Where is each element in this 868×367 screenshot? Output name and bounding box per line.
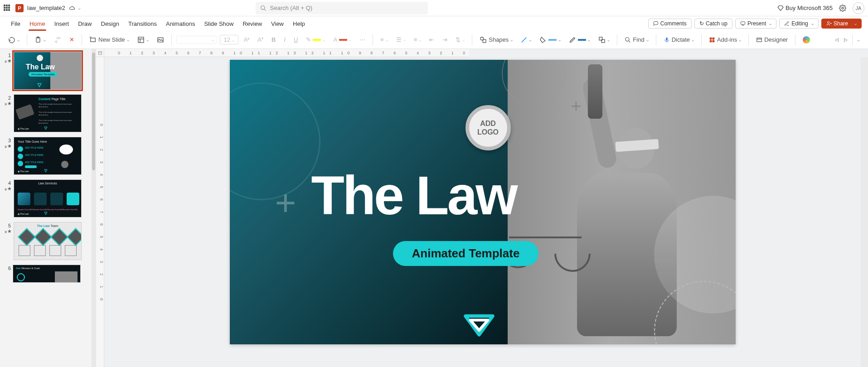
panel-scrollbar[interactable] [92, 49, 96, 367]
canvas-scrollbar[interactable] [861, 57, 868, 367]
shrink-font-button[interactable]: A▾ [255, 35, 266, 44]
animation-indicator-icon: ⁎★ [5, 228, 12, 234]
tab-draw[interactable]: Draw [73, 16, 96, 31]
slide-thumbnail-panel[interactable]: 1⁎★ The Law Animated Template 2⁎★ Conten… [0, 49, 92, 367]
shape-outline-button[interactable]: ⌵ [566, 35, 593, 45]
tab-file[interactable]: File [6, 16, 25, 31]
title-chevron-icon[interactable]: ⌵ [78, 5, 81, 10]
editing-button[interactable]: Editing⌵ [779, 19, 819, 29]
tab-transitions[interactable]: Transitions [124, 16, 161, 31]
present-button[interactable]: Present⌵ [735, 19, 776, 29]
chevron-down-icon[interactable]: ⌵ [852, 21, 857, 26]
tab-review[interactable]: Review [238, 16, 267, 31]
tab-home[interactable]: Home [25, 16, 50, 31]
svg-rect-18 [713, 40, 715, 42]
horizontal-ruler[interactable]: 0 1 2 3 4 5 6 7 8 9 10 11 12 13 12 11 10… [104, 49, 469, 57]
new-slide-button[interactable]: New Slide⌵ [87, 35, 132, 45]
chevron-down-icon: ⌵ [212, 38, 214, 42]
logo-placeholder[interactable]: ADD LOGO [466, 105, 511, 150]
svg-rect-20 [98, 51, 102, 54]
slide-number: 5 [5, 222, 11, 228]
powerpoint-icon: P [15, 4, 24, 12]
app-launcher-icon[interactable] [4, 5, 11, 12]
present-icon [740, 21, 746, 26]
vertical-ruler[interactable]: 0 1 2 3 4 5 6 7 6 5 4 3 2 1 0 [96, 57, 104, 367]
slide-thumbnail-6[interactable]: Our Mission & Goal [13, 265, 81, 283]
numbering-button[interactable]: ☰⌵ [393, 35, 408, 44]
line-spacing-button[interactable]: ⇅⌵ [453, 35, 467, 44]
grow-font-button[interactable]: A▴ [241, 35, 252, 44]
undo-icon [8, 36, 15, 43]
font-color-button[interactable]: A⌵ [330, 35, 354, 44]
outline-toggle[interactable] [96, 49, 104, 57]
italic-button[interactable]: I [281, 35, 288, 44]
slide-thumbnail-1[interactable]: The Law Animated Template [14, 52, 82, 90]
tab-help[interactable]: Help [288, 16, 310, 31]
tab-animations[interactable]: Animations [161, 16, 199, 31]
main-slide[interactable]: + + ADD LOGO The Law Animated Template [230, 60, 736, 344]
slide-title-text[interactable]: The Law [311, 164, 516, 227]
slide-canvas-area[interactable]: + + ADD LOGO The Law Animated Template [104, 57, 861, 367]
chevron-down-icon: ⌵ [386, 38, 388, 42]
increase-indent-button[interactable]: ⇥ [440, 35, 450, 44]
format-painter-button[interactable] [51, 35, 64, 45]
triangle-right-icon: ▷ [844, 37, 848, 42]
svg-rect-10 [483, 39, 486, 43]
slide-thumbnail-3[interactable]: Your Title Goes Here ADD TITLE HERE ADD … [14, 137, 82, 175]
svg-rect-15 [710, 37, 712, 39]
comment-icon [653, 21, 659, 26]
paste-button[interactable]: ⌵ [32, 35, 48, 45]
arrange-button[interactable]: ⌵ [596, 35, 612, 45]
settings-gear-icon[interactable] [839, 5, 846, 12]
more-font-button[interactable]: ⋯ [357, 35, 368, 44]
chevron-down-icon: ⌵ [349, 38, 351, 42]
shapes-button[interactable]: Shapes⌵ [477, 35, 515, 45]
highlight-button[interactable]: ✎⌵ [303, 35, 328, 44]
delete-button[interactable]: ✕ [67, 35, 77, 44]
shape-fill-button[interactable]: ⌵ [537, 35, 563, 45]
font-color-icon: A [333, 36, 337, 43]
chevron-down-icon: ⌵ [769, 21, 771, 26]
find-button[interactable]: Find⌵ [622, 35, 651, 44]
underline-button[interactable]: U [291, 35, 301, 44]
decrease-indent-button[interactable]: ⇤ [427, 35, 437, 44]
font-family-dropdown[interactable]: ⌵ [176, 36, 217, 44]
ribbon-scroll-left[interactable]: ◁ [832, 34, 841, 45]
share-button[interactable]: Share⌵ [821, 19, 862, 29]
highlight-icon: ✎ [306, 36, 311, 43]
designer-button[interactable]: Designer [753, 35, 790, 44]
tab-slideshow[interactable]: Slide Show [199, 16, 238, 31]
document-title[interactable]: law_template2 [27, 5, 65, 11]
slide-number: 2 [5, 94, 11, 101]
slide-thumbnail-4[interactable]: Law Services Benefits Point 001Benefits … [14, 179, 82, 217]
tab-insert[interactable]: Insert [50, 16, 74, 31]
slide-thumbnail-2[interactable]: Content Page Title This is the sample du… [14, 94, 82, 132]
bullets-button[interactable]: ≡⌵ [378, 35, 391, 44]
layout-button[interactable]: ⌵ [135, 35, 151, 45]
slide-thumbnail-5[interactable]: The Law Team [14, 222, 82, 260]
dictate-button[interactable]: Dictate⌵ [661, 35, 697, 44]
reset-slide-button[interactable] [154, 35, 167, 45]
undo-button[interactable]: ⌵ [5, 35, 22, 45]
copilot-button[interactable] [800, 35, 813, 45]
bold-button[interactable]: B [269, 35, 278, 44]
align-button[interactable]: ≡⌵ [411, 35, 424, 44]
tab-design[interactable]: Design [97, 16, 124, 31]
ribbon-collapse[interactable]: ⌵ [854, 34, 863, 45]
font-size-input[interactable]: 12 ⌵ [220, 35, 238, 44]
indent-icon: ⇥ [442, 36, 447, 43]
chevron-down-icon: ⌵ [739, 38, 741, 42]
addins-button[interactable]: Add-ins⌵ [706, 35, 744, 44]
chevron-down-icon: ⌵ [419, 38, 421, 42]
slide-subtitle-pill[interactable]: Animated Template [393, 241, 539, 266]
search-input[interactable]: Search (Alt + Q) [256, 2, 428, 14]
comments-button[interactable]: Comments [648, 19, 692, 29]
copilot-icon [803, 36, 810, 43]
catchup-button[interactable]: ↻Catch up [694, 19, 732, 29]
account-avatar[interactable]: JA [853, 2, 864, 14]
shape-effects-button[interactable]: ⌵ [518, 35, 534, 44]
tab-view[interactable]: View [267, 16, 288, 31]
ribbon-scroll-right[interactable]: ▷ [841, 34, 850, 45]
buy-microsoft-link[interactable]: Buy Microsoft 365 [777, 5, 833, 11]
pencil-outline-icon [569, 36, 576, 43]
